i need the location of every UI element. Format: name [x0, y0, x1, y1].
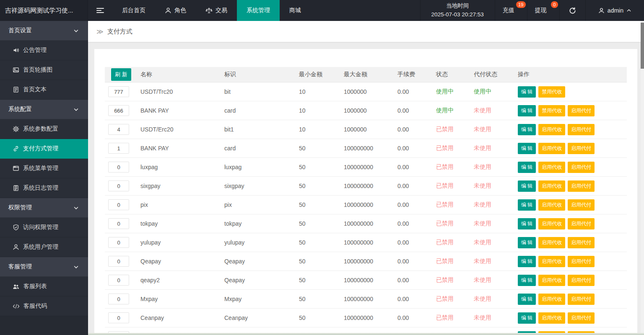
edit-button[interactable]: 编 辑	[518, 162, 536, 173]
top-nav-item[interactable]: 角色	[155, 0, 196, 21]
enable-payout-button[interactable]: 启用代付	[568, 105, 595, 116]
enable-payout-button[interactable]: 启用代付	[568, 275, 595, 286]
row-id-input[interactable]	[108, 294, 129, 304]
sidebar-group[interactable]: 系统配置	[0, 100, 88, 119]
row-id-input[interactable]	[108, 237, 129, 248]
enable-payout-button[interactable]: 启用代付	[568, 143, 595, 154]
refresh-table-button[interactable]: 刷 新	[111, 68, 131, 81]
row-id-input[interactable]	[108, 180, 129, 191]
enable-collect-button[interactable]: 启用代收	[538, 199, 565, 211]
status-text: 已禁用	[436, 276, 454, 283]
top-nav-item-active[interactable]: 系统管理	[237, 0, 280, 21]
user-icon	[13, 244, 19, 250]
cell-fee: 0.00	[397, 239, 436, 246]
row-id-input[interactable]	[108, 275, 129, 286]
enable-collect-button[interactable]: 启用代收	[538, 218, 565, 229]
enable-collect-button[interactable]: 启用代收	[538, 237, 565, 248]
enable-payout-button[interactable]: 启用代付	[568, 294, 595, 305]
edit-button[interactable]: 编 辑	[518, 256, 536, 267]
enable-collect-button[interactable]: 启用代收	[538, 162, 565, 173]
sidebar-group[interactable]: 首页设置	[0, 21, 88, 41]
sidebar-group[interactable]: 客服管理	[0, 257, 88, 277]
row-id-input[interactable]	[108, 162, 129, 173]
recharge-button[interactable]: 充值 19	[495, 0, 527, 21]
sidebar-item[interactable]: 公告管理	[0, 41, 88, 60]
disable-collect-button[interactable]: 禁用代收	[538, 105, 565, 116]
enable-collect-button[interactable]: 启用代收	[538, 124, 565, 135]
sidebar-item[interactable]: 系统参数配置	[0, 119, 88, 139]
enable-payout-button[interactable]: 启用代付	[568, 180, 595, 192]
enable-payout-button[interactable]: 启用代付	[568, 162, 595, 173]
enable-collect-button[interactable]: 启用代收	[538, 256, 565, 267]
sidebar-item[interactable]: 客服列表	[0, 277, 88, 296]
cell-max-amount: 100000000	[344, 296, 397, 302]
enable-collect-button[interactable]: 启用代收	[538, 294, 565, 305]
enable-collect-button[interactable]: 启用代收	[538, 312, 565, 324]
scales-icon	[205, 8, 213, 14]
sidebar-item[interactable]: 系统日志管理	[0, 178, 88, 198]
enable-payout-button[interactable]: 启用代付	[568, 199, 595, 211]
enable-collect-button[interactable]: 启用代收	[538, 180, 565, 192]
edit-button[interactable]: 编 辑	[518, 218, 536, 229]
edit-button[interactable]: 编 辑	[518, 124, 536, 135]
horizontal-scrollbar[interactable]	[88, 333, 644, 335]
edit-button[interactable]: 编 辑	[518, 86, 536, 98]
status-text: 使用中	[436, 88, 454, 95]
enable-payout-button[interactable]: 启用代付	[568, 124, 595, 135]
edit-button[interactable]: 编 辑	[518, 143, 536, 154]
row-id-input[interactable]	[108, 86, 129, 97]
top-nav-label: 交易	[216, 7, 227, 14]
edit-button[interactable]: 编 辑	[518, 294, 536, 305]
sidebar-item[interactable]: 系统菜单管理	[0, 159, 88, 178]
enable-payout-button[interactable]: 启用代付	[568, 256, 595, 267]
row-id-input[interactable]	[108, 218, 129, 229]
table-header: 刷 新名称标识最小金额最大金额手续费状态代付状态操作	[105, 67, 627, 82]
edit-button[interactable]: 编 辑	[518, 199, 536, 211]
sidebar-item[interactable]: 访问权限管理	[0, 218, 88, 237]
enable-collect-button[interactable]: 启用代收	[538, 143, 565, 154]
edit-button[interactable]: 编 辑	[518, 180, 536, 192]
sidebar-item[interactable]: 首页轮播图	[0, 60, 88, 80]
enable-payout-button[interactable]: 启用代付	[568, 218, 595, 229]
edit-button[interactable]: 编 辑	[518, 237, 536, 248]
local-time-label: 当地时间	[446, 2, 469, 10]
row-id-input[interactable]	[108, 143, 129, 154]
sidebar-item-label: 支付方式管理	[23, 145, 58, 152]
enable-payout-button[interactable]: 启用代付	[568, 237, 595, 248]
row-id-input[interactable]	[108, 105, 129, 116]
row-id-input[interactable]	[108, 124, 129, 135]
row-id-input[interactable]	[108, 312, 129, 323]
menu-toggle-icon[interactable]	[88, 0, 112, 21]
status-text: 已禁用	[436, 144, 454, 151]
edit-button[interactable]: 编 辑	[518, 275, 536, 286]
top-nav-item[interactable]: 交易	[196, 0, 237, 21]
cell-name: luxpag	[140, 164, 224, 170]
edit-button[interactable]: 编 辑	[518, 312, 536, 324]
sidebar-item[interactable]: 系统用户管理	[0, 237, 88, 257]
row-id-input[interactable]	[108, 256, 129, 267]
withdraw-badge: 0	[551, 1, 558, 8]
payout-status-text: 未使用	[474, 182, 491, 189]
edit-button[interactable]: 编 辑	[518, 105, 536, 116]
image-icon	[13, 67, 19, 73]
vertical-scrollbar[interactable]	[641, 21, 644, 335]
cell-actions: 编 辑启用代收启用代付	[518, 143, 627, 154]
top-nav-item[interactable]: 商城	[280, 0, 311, 21]
cell-name: USDT/Erc20	[140, 126, 224, 133]
row-id-input[interactable]	[108, 199, 129, 210]
top-nav-item[interactable]: 后台首页	[112, 0, 155, 21]
disable-collect-button[interactable]: 禁用代收	[538, 86, 565, 98]
enable-payout-button[interactable]: 启用代付	[568, 312, 595, 324]
cell-payout-status: 未使用	[474, 239, 518, 246]
refresh-button[interactable]	[559, 0, 585, 21]
sidebar-item-active[interactable]: 支付方式管理	[0, 139, 88, 159]
cell-code: sixgpay	[224, 183, 299, 189]
sidebar-item[interactable]: 首页文本	[0, 80, 88, 100]
vertical-scrollbar-thumb[interactable]	[641, 23, 644, 69]
sidebar-item[interactable]: 客服代码	[0, 296, 88, 316]
user-menu[interactable]: admin	[585, 0, 644, 21]
sidebar-group[interactable]: 权限管理	[0, 198, 88, 218]
withdraw-button[interactable]: 提现 0	[527, 0, 559, 21]
enable-collect-button[interactable]: 启用代收	[538, 275, 565, 286]
cell-min-amount: 50	[299, 277, 344, 283]
